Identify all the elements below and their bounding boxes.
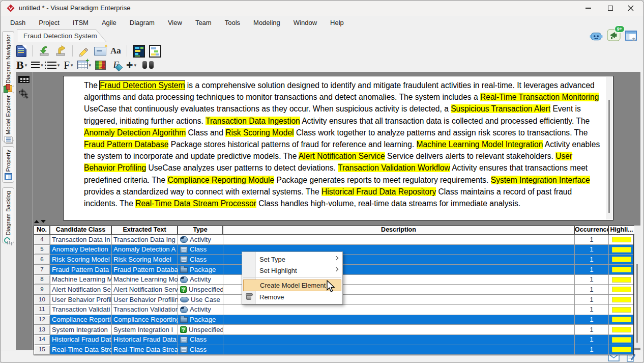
cell-highlight[interactable] — [609, 325, 634, 334]
sidebar-tab-diagram-navigator[interactable]: Diagram Navigator — [2, 31, 14, 87]
highlight-chip[interactable] — [612, 317, 631, 322]
highlight-chip[interactable] — [612, 307, 631, 313]
cell-candidate[interactable]: Anomaly Detection — [50, 245, 112, 255]
cell-highlight[interactable] — [609, 335, 634, 345]
highlight-term[interactable]: Suspicious Transaction Alert — [451, 104, 550, 113]
sidebar-tab-diagram-backlog[interactable]: Diagram Backlog — [2, 187, 14, 243]
cell-occurrence[interactable]: 1 — [575, 315, 609, 325]
highlight-term[interactable]: System Integration Interface — [491, 176, 590, 184]
cell-occurrence[interactable]: 1 — [575, 285, 609, 294]
cell-type[interactable]: Activity — [178, 235, 223, 244]
highlight-chip[interactable] — [612, 267, 631, 272]
cell-type[interactable]: Unspecified — [178, 325, 223, 334]
sidebar-tab-model-explorer[interactable]: Model Explorer — [2, 92, 14, 142]
cell-extracted[interactable]: Anomaly Detection A — [112, 245, 178, 255]
new-candidate-window-button[interactable] — [94, 46, 107, 56]
cell-type[interactable]: Class — [178, 245, 223, 255]
font-format-button[interactable]: F — [109, 59, 123, 72]
cell-occurrence[interactable]: 1 — [575, 265, 609, 274]
context-menu-item-set-highlight[interactable]: Set Highlight — [242, 265, 342, 276]
table-row[interactable]: 11Transaction ValidatiTransaction Valida… — [34, 305, 633, 315]
cell-extracted[interactable]: System Integration I — [112, 325, 178, 334]
highlight-term[interactable]: Historical Fraud Data Repository — [321, 187, 436, 196]
list-button[interactable] — [47, 61, 61, 69]
cell-type[interactable]: Use Case — [178, 295, 223, 304]
cell-description[interactable] — [223, 235, 575, 244]
highlight-term[interactable]: Machine Learning Model Integration — [417, 140, 543, 149]
menu-project[interactable]: Project — [32, 17, 66, 28]
sidebar-tab-property[interactable]: Property — [2, 146, 14, 183]
cell-no[interactable]: 4 — [34, 235, 50, 244]
cell-no[interactable]: 5 — [34, 245, 50, 255]
bold-button[interactable]: B — [16, 60, 27, 71]
cell-occurrence[interactable]: 1 — [575, 295, 609, 304]
cell-extracted[interactable]: Machine Learning Mo — [112, 275, 178, 285]
column-header-type[interactable]: Type — [178, 226, 223, 235]
grid-tool-icon[interactable] — [18, 76, 30, 83]
menu-window[interactable]: Window — [287, 17, 324, 28]
cell-no[interactable]: 12 — [34, 315, 50, 325]
cell-description[interactable] — [223, 315, 575, 325]
cell-extracted[interactable]: Alert Notification Serv — [112, 285, 178, 294]
cell-highlight[interactable] — [609, 245, 634, 255]
column-header-occurrence[interactable]: Occurrence — [575, 226, 609, 235]
cell-highlight[interactable] — [609, 305, 634, 315]
cell-extracted[interactable]: Fraud Pattern Databa — [112, 265, 178, 274]
cell-type[interactable]: Package — [178, 315, 223, 325]
cell-candidate[interactable]: Machine Learning M — [50, 275, 112, 285]
cell-highlight[interactable] — [609, 295, 634, 304]
cell-description[interactable] — [223, 325, 575, 334]
table-row[interactable]: 14Historical Fraud DatHistorical Fraud D… — [34, 335, 633, 345]
cell-highlight[interactable] — [609, 265, 634, 274]
cell-type[interactable]: Class — [178, 345, 223, 355]
maximize-button[interactable] — [602, 2, 619, 14]
cell-extracted[interactable]: Historical Fraud Data — [112, 335, 178, 345]
table-scrollbar-thumb[interactable] — [636, 264, 638, 343]
cell-occurrence[interactable]: 1 — [575, 335, 609, 345]
cell-description[interactable] — [223, 305, 575, 315]
highlighter-button[interactable] — [78, 45, 91, 58]
cell-no[interactable]: 8 — [34, 275, 50, 285]
highlight-term[interactable]: Risk Scoring Model — [225, 128, 294, 137]
menu-help[interactable]: Help — [324, 17, 350, 28]
table-row[interactable]: 12Compliance ReportiCompliance Reporting… — [34, 315, 633, 325]
menu-diagram[interactable]: Diagram — [123, 17, 161, 28]
highlight-chip[interactable] — [612, 297, 631, 302]
cell-highlight[interactable] — [609, 285, 634, 294]
cell-candidate[interactable]: Real-Time Data Stre — [50, 345, 112, 355]
table-row[interactable]: 4Transaction Data InTransaction Data Ing… — [34, 235, 633, 245]
sweeper-tool-icon[interactable] — [18, 88, 28, 98]
context-menu-item-set-type[interactable]: Set Type — [242, 254, 342, 265]
cell-extracted[interactable]: Risk Scoring Model — [112, 255, 178, 264]
menu-modeling[interactable]: Modeling — [247, 17, 287, 28]
import-button[interactable] — [38, 45, 51, 58]
column-header-description[interactable]: Description — [223, 226, 575, 235]
cell-occurrence[interactable]: 1 — [575, 345, 609, 355]
document-scrollbar[interactable] — [606, 77, 612, 219]
cell-type[interactable]: Package — [178, 265, 223, 274]
highlight-chip[interactable] — [612, 287, 631, 292]
cell-candidate[interactable]: Fraud Pattern Data — [50, 265, 112, 274]
selected-highlight-term[interactable]: Fraud Detection System — [100, 81, 185, 90]
cell-type[interactable]: Class — [178, 335, 223, 345]
ai-assistant-icon[interactable] — [590, 30, 603, 42]
diagram-tab[interactable]: Fraud Detection System — [17, 30, 106, 42]
export-button[interactable] — [54, 45, 67, 58]
close-button[interactable] — [622, 2, 639, 14]
highlight-chip[interactable] — [612, 247, 631, 253]
cell-extracted[interactable]: Compliance Reporting — [112, 315, 178, 325]
cell-no[interactable]: 9 — [34, 285, 50, 294]
highlight-chip[interactable] — [612, 257, 631, 262]
cell-description[interactable] — [223, 335, 575, 345]
context-menu-item-remove[interactable]: Remove — [242, 291, 342, 302]
cell-extracted[interactable]: User Behavior Profilin — [112, 295, 178, 304]
menu-view[interactable]: View — [161, 17, 189, 28]
menu-dash[interactable]: Dash — [4, 17, 32, 28]
cell-extracted[interactable]: Transaction Validation — [112, 305, 178, 315]
cell-occurrence[interactable]: 1 — [575, 275, 609, 285]
column-header-highli[interactable]: Highli... — [609, 226, 634, 235]
cell-no[interactable]: 13 — [34, 325, 50, 334]
cell-no[interactable]: 14 — [34, 335, 50, 345]
table-scrollbar[interactable] — [634, 226, 640, 348]
cell-highlight[interactable] — [609, 235, 634, 244]
